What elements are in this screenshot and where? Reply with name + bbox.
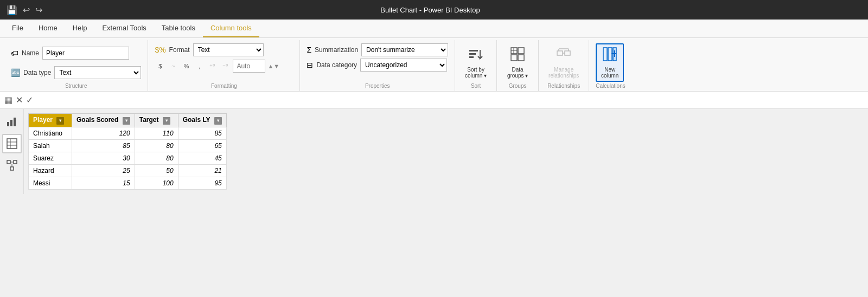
format-buttons-row: $ ~ % , ⁺⁰ ⁻⁰ ▲▼	[155, 59, 279, 74]
col-header-player[interactable]: Player ▾	[29, 114, 72, 127]
name-label: Name	[22, 49, 39, 57]
percent-btn[interactable]: %	[181, 61, 192, 72]
table-cell[interactable]: 15	[72, 177, 135, 189]
table-cell[interactable]: 30	[72, 152, 135, 164]
svg-rect-10	[565, 51, 570, 55]
formula-cancel-icon[interactable]: ✕	[16, 95, 23, 105]
sort-by-column-btn[interactable]: Sort bycolumn ▾	[462, 44, 490, 81]
table-cell[interactable]: Suarez	[29, 152, 72, 164]
relationships-group-label: Relationships	[545, 83, 582, 91]
table-row: Hazard255021	[29, 164, 227, 177]
player-filter-icon[interactable]: ▾	[56, 117, 64, 125]
menu-file[interactable]: File	[4, 20, 31, 37]
sort-by-column-label: Sort bycolumn ▾	[465, 67, 487, 79]
svg-rect-0	[469, 50, 478, 51]
redo-icon[interactable]: ↪	[35, 5, 42, 15]
table-cell[interactable]: 45	[178, 152, 226, 164]
manage-relationships-btn[interactable]: Managerelationships	[545, 44, 582, 81]
new-column-btn[interactable]: Newcolumn	[596, 43, 624, 82]
table-area: Player ▾ Goals Scored ▾ Target ▾ Goals L…	[24, 109, 868, 194]
ribbon-group-calculations: Newcolumn Calculations	[589, 40, 631, 91]
table-cell[interactable]: 95	[178, 177, 226, 189]
sort-group-label: Sort	[462, 83, 490, 91]
data-category-icon: ⊟	[307, 61, 313, 69]
save-icon[interactable]: 💾	[7, 5, 17, 15]
new-column-label: Newcolumn	[601, 67, 618, 79]
table-cell[interactable]: 85	[72, 139, 135, 152]
svg-rect-1	[469, 53, 476, 55]
manage-relationships-icon	[556, 47, 571, 65]
table-cell[interactable]: Hazard	[29, 164, 72, 177]
table-cell[interactable]: 80	[135, 139, 178, 152]
col-header-goals-ly[interactable]: Goals LY ▾	[178, 114, 226, 127]
svg-rect-23	[7, 139, 17, 148]
table-cell[interactable]: Salah	[29, 139, 72, 152]
table-cell[interactable]: Christiano	[29, 127, 72, 139]
title-bar-left: 💾 ↩ ↪	[7, 5, 42, 15]
table-cell[interactable]: 110	[135, 127, 178, 139]
format-select[interactable]: Text Whole Number Decimal Number Date	[193, 43, 264, 56]
manage-relationships-label: Managerelationships	[548, 67, 579, 79]
svg-rect-9	[557, 51, 563, 55]
sidebar-icon-chart[interactable]	[2, 112, 22, 132]
menu-help[interactable]: Help	[65, 20, 95, 37]
table-cell[interactable]: 25	[72, 164, 135, 177]
table-cell[interactable]: 21	[178, 164, 226, 177]
menu-external-tools[interactable]: External Tools	[94, 20, 154, 37]
svg-rect-29	[10, 167, 14, 170]
currency-btn[interactable]: $	[155, 61, 165, 72]
table-cell[interactable]: 65	[178, 139, 226, 152]
ribbon-group-structure: 🏷 Name 🔤 Data type Text Whole Number Dec…	[4, 40, 148, 91]
data-groups-label: Datagroups ▾	[507, 67, 528, 79]
table-row: Salah858065	[29, 139, 227, 152]
menu-home[interactable]: Home	[31, 20, 65, 37]
name-input[interactable]	[42, 47, 129, 60]
data-type-select[interactable]: Text Whole Number Decimal Number	[54, 66, 141, 79]
left-sidebar	[0, 109, 24, 194]
target-filter-icon[interactable]: ▾	[163, 117, 170, 125]
sigma-icon: Σ	[307, 46, 311, 54]
groups-group-label: Groups	[503, 83, 532, 91]
table-cell[interactable]: 100	[135, 177, 178, 189]
summarization-select[interactable]: Don't summarize Sum Count Average Min Ma…	[361, 43, 448, 56]
sidebar-icon-model[interactable]	[2, 156, 22, 175]
ribbon-group-relationships: Managerelationships Relationships	[539, 40, 589, 91]
svg-rect-4	[518, 48, 524, 54]
dec-inc-btn: ⁺⁰	[207, 61, 218, 72]
sidebar-icon-table[interactable]	[2, 134, 22, 153]
data-type-row: 🔤 Data type Text Whole Number Decimal Nu…	[11, 63, 141, 80]
col-header-goals-scored[interactable]: Goals Scored ▾	[72, 114, 135, 127]
goals-filter-icon[interactable]: ▾	[123, 117, 130, 125]
summarization-label: Summarization	[315, 46, 358, 54]
menu-column-tools[interactable]: Column tools	[203, 20, 259, 37]
svg-rect-20	[7, 122, 9, 126]
data-category-select[interactable]: Uncategorized Address City Country	[360, 59, 447, 72]
formula-confirm-icon[interactable]: ✓	[26, 95, 33, 105]
main-area: Player ▾ Goals Scored ▾ Target ▾ Goals L…	[0, 109, 868, 194]
auto-spinner[interactable]: ▲▼	[267, 63, 279, 69]
table-row: Messi1510095	[29, 177, 227, 189]
goalsly-filter-icon[interactable]: ▾	[214, 117, 222, 125]
table-cell[interactable]: 85	[178, 127, 226, 139]
data-type-icon: 🔤	[11, 68, 20, 77]
data-groups-btn[interactable]: Datagroups ▾	[503, 44, 532, 81]
tilde-btn: ~	[168, 61, 178, 72]
undo-icon[interactable]: ↩	[23, 5, 30, 15]
comma-btn[interactable]: ,	[194, 61, 205, 72]
ribbon-group-formatting: $% Format Text Whole Number Decimal Numb…	[148, 40, 300, 91]
col-header-target[interactable]: Target ▾	[135, 114, 178, 127]
table-row: Suarez308045	[29, 152, 227, 164]
structure-group-label: Structure	[11, 83, 141, 91]
table-cell[interactable]: 80	[135, 152, 178, 164]
table-cell[interactable]: Messi	[29, 177, 72, 189]
table-cell[interactable]: 120	[72, 127, 135, 139]
formatting-group-label: Formatting	[155, 83, 293, 91]
dec-dec-btn: ⁻⁰	[220, 61, 231, 72]
menu-bar: File Home Help External Tools Table tool…	[0, 20, 868, 38]
table-cell[interactable]: 50	[135, 164, 178, 177]
table-icon[interactable]: ▦	[4, 95, 12, 105]
title-bar-title: Bullet Chart - Power BI Desktop	[380, 6, 480, 14]
menu-table-tools[interactable]: Table tools	[154, 20, 203, 37]
auto-input[interactable]	[233, 60, 265, 73]
svg-rect-16	[608, 48, 612, 61]
